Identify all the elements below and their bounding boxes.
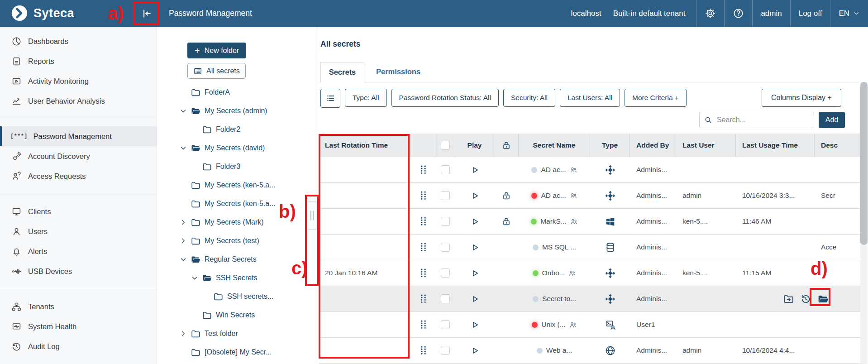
tree-item-regular-secrets[interactable]: Regular Secrets: [157, 250, 318, 268]
row-checkbox[interactable]: [441, 320, 450, 329]
drag-handle-icon[interactable]: [420, 216, 427, 226]
row-checkbox[interactable]: [441, 243, 450, 252]
tree-item-my-secrets-test[interactable]: My Secrets (test): [157, 231, 318, 250]
tree-item-ssh-secrets[interactable]: SSH Secrets: [157, 268, 318, 287]
vertical-scrollbar[interactable]: [860, 82, 868, 364]
secret-name[interactable]: MarkS...: [540, 217, 567, 225]
chevron-down-icon[interactable]: [179, 255, 187, 263]
table-row-ad-ac[interactable]: AD ac...Adminis...admin10/16/2024 3:3...…: [319, 183, 860, 209]
drag-handle-icon[interactable]: [420, 242, 427, 252]
filter-more-criteria[interactable]: More Criteria +: [625, 89, 687, 107]
sidebar-item-access-requests[interactable]: Access Requests: [0, 166, 157, 186]
chevron-right-icon[interactable]: [179, 218, 187, 226]
table-row-web-a[interactable]: Web a...Adminis...admin10/16/2024 4:4...: [319, 338, 860, 364]
tree-item-test-folder[interactable]: Test folder: [157, 324, 318, 343]
sidebar-item-activity-monitoring[interactable]: Activity Monitoring: [0, 71, 157, 91]
tree-item-my-secrets-david[interactable]: My Secrets (david): [157, 139, 318, 157]
help-button[interactable]: [724, 0, 752, 27]
sidebar-item-user-behavior-analysis[interactable]: User Behavior Analysis: [0, 91, 157, 111]
chevron-right-icon[interactable]: [179, 330, 187, 338]
list-view-button[interactable]: [320, 89, 340, 108]
drag-handle-icon[interactable]: [420, 268, 427, 278]
filter-security-all[interactable]: Security: All: [503, 89, 555, 107]
tree-item-obsolete-my-secr[interactable]: [Obsolete] My Secr...: [157, 343, 318, 361]
play-icon[interactable]: [470, 243, 480, 252]
secret-name[interactable]: AD ac...: [541, 192, 566, 200]
tree-item-win-secrets[interactable]: Win Secrets: [157, 306, 318, 324]
user-menu[interactable]: admin: [752, 0, 790, 27]
tree-item-my-secrets-ken-5-a[interactable]: My Secrets (ken-5.a...: [157, 194, 318, 213]
select-all-checkbox[interactable]: [441, 141, 450, 150]
filter-password-rotation-status-all[interactable]: Password Rotation Status: All: [391, 89, 499, 107]
sidebar-item-clients[interactable]: Clients: [0, 201, 157, 221]
sidebar-item-password-management[interactable]: [***]Password Management: [0, 126, 157, 146]
tree-item-ssh-secrets[interactable]: SSH secrets...: [157, 287, 318, 306]
sidebar-item-users[interactable]: Users: [0, 221, 157, 241]
sidebar-item-system-health[interactable]: System Health: [0, 316, 157, 336]
secret-name[interactable]: Secret to...: [542, 295, 576, 303]
tree-item-folder2[interactable]: Folder2: [157, 120, 318, 139]
columns-display-button[interactable]: Columns Display +: [762, 89, 841, 107]
open-folder-icon[interactable]: [817, 293, 829, 305]
panel-resize-handle[interactable]: [308, 201, 316, 230]
table-row-secret-to[interactable]: Secret to...Adminis...: [319, 286, 860, 312]
drag-handle-icon[interactable]: [420, 165, 427, 175]
table-row-unix[interactable]: Unix (...User1: [319, 312, 860, 338]
sidebar-item-alerts[interactable]: Alerts: [0, 241, 157, 261]
filter-type-all[interactable]: Type: All: [345, 89, 387, 107]
log-off-button[interactable]: Log off: [790, 0, 830, 27]
table-row-onbo[interactable]: 20 Jan 10:16 AMOnbo...Adminis...ken-5...…: [319, 260, 860, 286]
collapse-sidebar-button[interactable]: [137, 6, 155, 21]
row-checkbox[interactable]: [441, 346, 450, 355]
sidebar-item-usb-devices[interactable]: USB Devices: [0, 261, 157, 281]
add-button[interactable]: Add: [819, 112, 845, 128]
table-row-marks[interactable]: MarkS...Adminis...ken-5....11:46 AM: [319, 209, 860, 235]
play-icon[interactable]: [470, 346, 480, 355]
tree-item-my-secrets-mark[interactable]: My Secrets (Mark): [157, 213, 318, 231]
chevron-down-icon[interactable]: [179, 144, 187, 152]
row-checkbox[interactable]: [441, 165, 450, 174]
drag-handle-icon[interactable]: [420, 191, 427, 201]
play-icon[interactable]: [470, 191, 480, 201]
table-row-ms-sql[interactable]: MS SQL ...Adminis...Acce: [319, 235, 860, 260]
tree-item-foldera[interactable]: FolderA: [157, 83, 318, 101]
language-selector[interactable]: EN: [830, 0, 868, 27]
sidebar-item-tenants[interactable]: Tenants: [0, 297, 157, 316]
sidebar-item-audit-log[interactable]: Audit Log: [0, 336, 157, 356]
chevron-down-icon[interactable]: [179, 107, 187, 115]
play-icon[interactable]: [470, 217, 480, 226]
tab-secrets[interactable]: Secrets: [320, 62, 364, 82]
table-row-ad-ac[interactable]: AD ac...Adminis...: [319, 157, 860, 183]
row-checkbox[interactable]: [441, 191, 450, 200]
secret-name[interactable]: AD ac...: [541, 166, 566, 174]
play-icon[interactable]: [470, 268, 480, 278]
row-checkbox[interactable]: [441, 268, 450, 278]
row-checkbox[interactable]: [441, 217, 450, 226]
filter-last-users-all[interactable]: Last Users: All: [560, 89, 620, 107]
drag-handle-icon[interactable]: [420, 294, 427, 304]
tree-item-my-secrets-ken-5-a[interactable]: My Secrets (ken-5.a...: [157, 176, 318, 194]
scrollbar-thumb[interactable]: [860, 82, 868, 245]
tree-item-my-secrets-admin[interactable]: My Secrets (admin): [157, 101, 318, 120]
sidebar-item-account-discovery[interactable]: Account Discovery: [0, 146, 157, 166]
new-folder-button[interactable]: + New folder: [187, 43, 246, 58]
sidebar-item-dashboards[interactable]: Dashboards: [0, 31, 157, 51]
play-icon[interactable]: [470, 320, 480, 330]
tree-item-folder3[interactable]: Folder3: [157, 157, 318, 176]
sidebar-item-reports[interactable]: Reports: [0, 51, 157, 71]
drag-handle-icon[interactable]: [420, 345, 427, 355]
col-header-select-all[interactable]: [435, 134, 455, 157]
row-checkbox[interactable]: [441, 294, 450, 303]
secret-name[interactable]: Web a...: [546, 346, 572, 354]
secret-name[interactable]: Unix (...: [541, 321, 565, 329]
secret-name[interactable]: MS SQL ...: [542, 243, 576, 251]
tab-permissions[interactable]: Permissions: [364, 62, 432, 82]
settings-button[interactable]: [696, 0, 724, 27]
play-icon[interactable]: [470, 294, 480, 304]
chevron-right-icon[interactable]: [179, 237, 187, 245]
all-secrets-button[interactable]: All secrets: [187, 63, 246, 79]
chevron-down-icon[interactable]: [191, 274, 199, 282]
play-icon[interactable]: [470, 165, 480, 175]
drag-handle-icon[interactable]: [420, 320, 427, 330]
history-icon[interactable]: [800, 293, 811, 305]
